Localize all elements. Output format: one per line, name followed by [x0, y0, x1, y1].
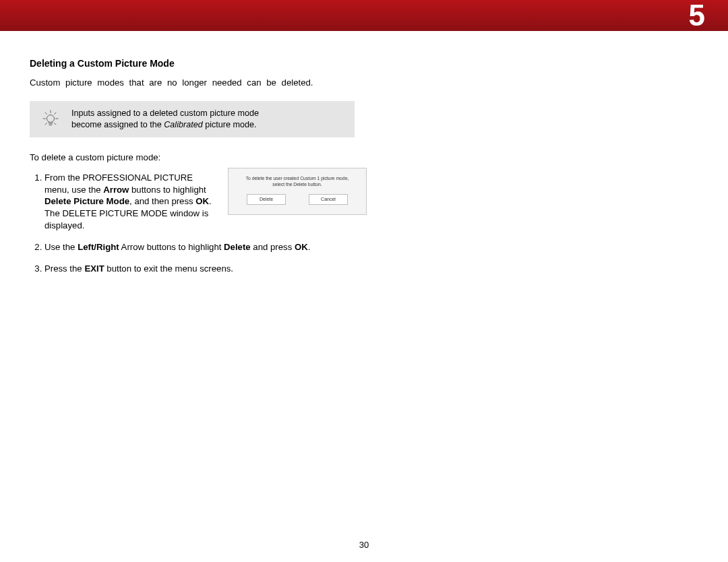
chapter-header-bar: 5 — [0, 0, 728, 31]
step-1: From the PROFESSIONAL PICTURE menu, use … — [44, 172, 355, 232]
procedure-steps: From the PROFESSIONAL PICTURE menu, use … — [30, 172, 355, 275]
svg-line-3 — [45, 113, 47, 115]
chapter-number: 5 — [689, 0, 705, 32]
step-3: Press the EXIT button to exit the menu s… — [44, 263, 355, 275]
svg-line-7 — [45, 123, 47, 125]
tip-line2-post: picture mode. — [203, 120, 257, 129]
step1-bold-ok: OK — [195, 196, 209, 206]
step3-text-b: button to exit the menu screens. — [104, 263, 233, 274]
step1-text-c: , and then press — [129, 196, 195, 206]
tip-line1: Inputs assigned to a deleted custom pict… — [71, 108, 259, 118]
dialog-message: To delete the user created Custom 1 pict… — [237, 175, 358, 187]
svg-point-0 — [47, 115, 55, 122]
step1-text-b: buttons to highlight — [129, 185, 206, 195]
procedure-lead-in: To delete a custom picture mode: — [30, 152, 355, 162]
delete-picture-mode-dialog: To delete the user created Custom 1 pict… — [228, 168, 367, 215]
step2-bold-delete: Delete — [224, 242, 251, 252]
step2-bold-ok: OK — [295, 242, 308, 252]
step3-bold-exit: EXIT — [84, 263, 104, 274]
tip-line2-pre: become assigned to the — [71, 120, 164, 129]
svg-line-6 — [55, 123, 57, 125]
step1-bold-delete-picture-mode: Delete Picture Mode — [44, 196, 129, 206]
page-number: 30 — [0, 540, 728, 550]
step2-text-c: and press — [251, 242, 295, 252]
step1-bold-arrow: Arrow — [103, 185, 129, 195]
svg-line-2 — [55, 113, 57, 115]
section-title: Deleting a Custom Picture Mode — [30, 58, 355, 69]
step2-text-b: Arrow buttons to highlight — [119, 242, 224, 252]
tip-text: Inputs assigned to a deleted custom pict… — [71, 108, 259, 131]
dialog-msg-line1: To delete the user created Custom 1 pict… — [246, 176, 349, 181]
dialog-delete-button: Delete — [247, 194, 286, 205]
dialog-cancel-button: Cancel — [309, 194, 348, 205]
intro-paragraph: Custom picture modes that are no longer … — [30, 77, 355, 89]
tip-line2-italic: Calibrated — [164, 120, 202, 129]
dialog-msg-line2: select the Delete button. — [272, 182, 322, 187]
content-column: Deleting a Custom Picture Mode Custom pi… — [0, 31, 384, 275]
step-2: Use the Left/Right Arrow buttons to high… — [44, 241, 355, 253]
step2-text-d: . — [308, 242, 311, 252]
tip-callout: Inputs assigned to a deleted custom pict… — [30, 101, 355, 137]
step2-bold-leftright: Left/Right — [78, 242, 119, 252]
step3-text-a: Press the — [44, 263, 84, 274]
step2-text-a: Use the — [44, 242, 78, 252]
lightbulb-icon — [39, 108, 62, 131]
